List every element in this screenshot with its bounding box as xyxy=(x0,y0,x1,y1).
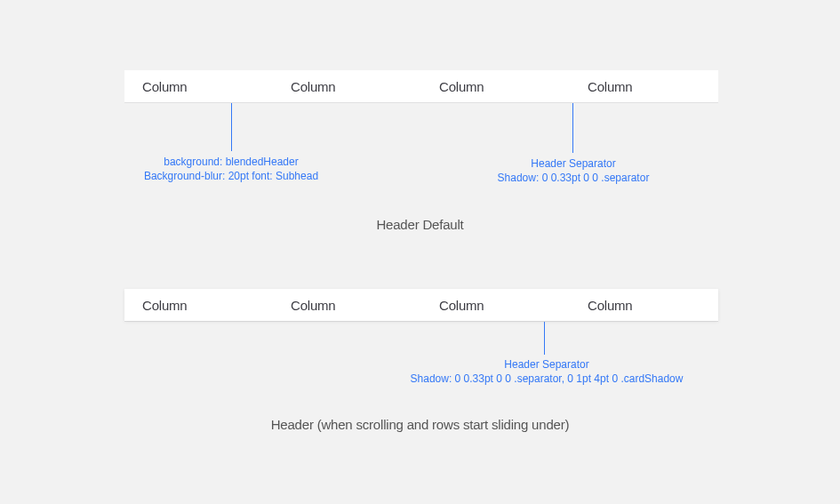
annotation-text: Shadow: 0 0.33pt 0 0 .separator xyxy=(444,171,702,185)
column-header: Column xyxy=(124,298,273,313)
annotation-text: Shadow: 0 0.33pt 0 0 .separator, 0 1pt 4… xyxy=(329,372,764,386)
annotation-separator: Header Separator Shadow: 0 0.33pt 0 0 .s… xyxy=(444,156,702,185)
column-header: Column xyxy=(570,298,718,313)
column-header: Column xyxy=(421,79,570,94)
annotation-separator: Header Separator Shadow: 0 0.33pt 0 0 .s… xyxy=(329,357,764,386)
column-header: Column xyxy=(273,298,421,313)
annotation-text: background: blendedHeader xyxy=(124,155,338,169)
annotation-background: background: blendedHeader Background-blu… xyxy=(124,155,338,183)
annotation-connector xyxy=(572,103,573,153)
column-header: Column xyxy=(570,79,718,94)
annotation-connector xyxy=(231,103,232,151)
example-caption: Header (when scrolling and rows start sl… xyxy=(0,417,840,432)
header-bar-scrolling: Column Column Column Column xyxy=(124,289,718,321)
annotation-connector xyxy=(544,322,545,355)
header-bar-default: Column Column Column Column xyxy=(124,70,718,102)
column-header: Column xyxy=(124,79,273,94)
column-header: Column xyxy=(273,79,421,94)
annotation-text: Header Separator xyxy=(444,156,702,171)
annotation-text: Background-blur: 20pt font: Subhead xyxy=(124,169,338,183)
column-header: Column xyxy=(421,298,570,313)
example-caption: Header Default xyxy=(0,217,840,232)
annotation-text: Header Separator xyxy=(329,357,764,372)
